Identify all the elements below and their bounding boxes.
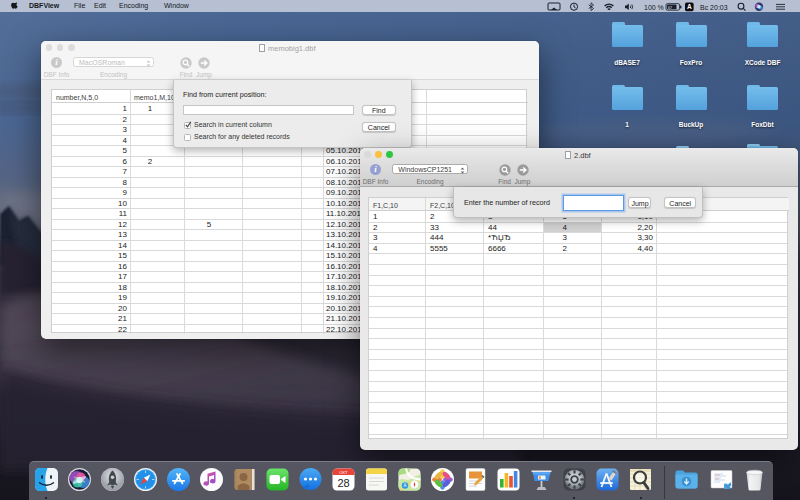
svg-text:Вс 20:03: Вс 20:03 (700, 4, 728, 11)
svg-text:100 %: 100 % (644, 4, 664, 11)
svg-text:A: A (687, 3, 692, 10)
svg-text:ОКТ: ОКТ (339, 470, 348, 475)
svg-text:67: 67 (668, 6, 672, 10)
svg-text:28: 28 (337, 477, 349, 489)
svg-text:A: A (403, 483, 406, 488)
